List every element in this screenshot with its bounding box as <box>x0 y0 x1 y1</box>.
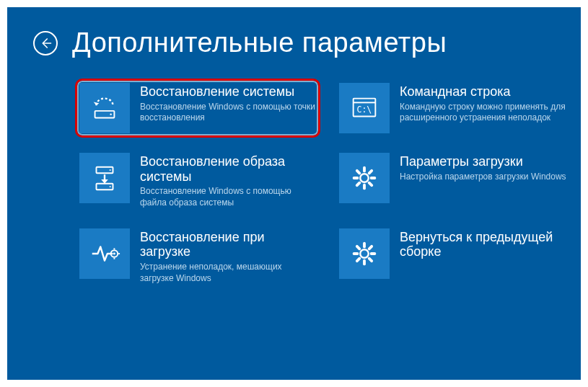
tile-title: Вернуться к предыдущей сборке <box>400 230 576 259</box>
svg-text:C:\: C:\ <box>356 104 372 115</box>
options-grid: Восстановление системы Восстановление Wi… <box>75 79 555 288</box>
tile-desc: Устранение неполадок, мешающих загрузке … <box>140 262 316 284</box>
restore-point-icon <box>79 83 130 133</box>
tile-startup-settings[interactable]: Параметры загрузки Настройка параметров … <box>335 148 580 213</box>
tile-system-restore[interactable]: Восстановление системы Восстановление Wi… <box>75 79 320 138</box>
svg-point-27 <box>360 249 369 258</box>
svg-point-12 <box>360 174 369 182</box>
gear-icon <box>339 228 390 279</box>
back-button[interactable] <box>33 31 58 55</box>
tile-title: Восстановление образа системы <box>140 154 316 184</box>
svg-line-34 <box>357 258 359 260</box>
svg-marker-0 <box>94 102 100 105</box>
svg-point-7 <box>110 169 111 171</box>
cmd-icon: C:\ <box>339 83 390 133</box>
tile-desc: Настройка параметров загрузки Windows <box>400 172 576 183</box>
back-arrow-icon <box>39 37 52 50</box>
svg-line-35 <box>369 246 372 248</box>
tile-system-image-recovery[interactable]: Восстановление образа системы Восстановл… <box>75 148 320 213</box>
image-restore-icon <box>79 153 130 203</box>
tile-desc: Командную строку можно применять для рас… <box>400 102 576 124</box>
startup-repair-icon <box>79 228 130 279</box>
tile-command-prompt[interactable]: C:\ Командная строка Командную строку мо… <box>335 79 580 138</box>
tile-title: Командная строка <box>400 84 576 99</box>
svg-point-11 <box>110 186 111 187</box>
svg-line-17 <box>357 171 359 173</box>
tile-title: Восстановление системы <box>140 84 316 99</box>
svg-point-2 <box>110 113 111 115</box>
tile-desc: Восстановление Windows с помощью точки в… <box>140 102 316 124</box>
svg-line-32 <box>357 246 359 248</box>
tile-title: Восстановление при загрузке <box>140 230 316 259</box>
svg-line-19 <box>357 183 359 185</box>
tile-title: Параметры загрузки <box>400 154 576 169</box>
tile-go-back-previous-build[interactable]: Вернуться к предыдущей сборке <box>335 224 580 289</box>
header: Дополнительные параметры <box>33 27 555 58</box>
svg-line-20 <box>369 171 372 173</box>
gear-icon <box>339 153 390 203</box>
svg-line-33 <box>369 258 372 260</box>
page-title: Дополнительные параметры <box>72 27 447 58</box>
svg-point-22 <box>113 252 115 254</box>
tile-startup-repair[interactable]: Восстановление при загрузке Устранение н… <box>75 224 320 289</box>
tile-desc: Восстановление Windows с помощью файла о… <box>140 186 316 208</box>
svg-line-18 <box>369 183 372 185</box>
winre-frame: Дополнительные параметры Восстановление … <box>7 7 581 380</box>
